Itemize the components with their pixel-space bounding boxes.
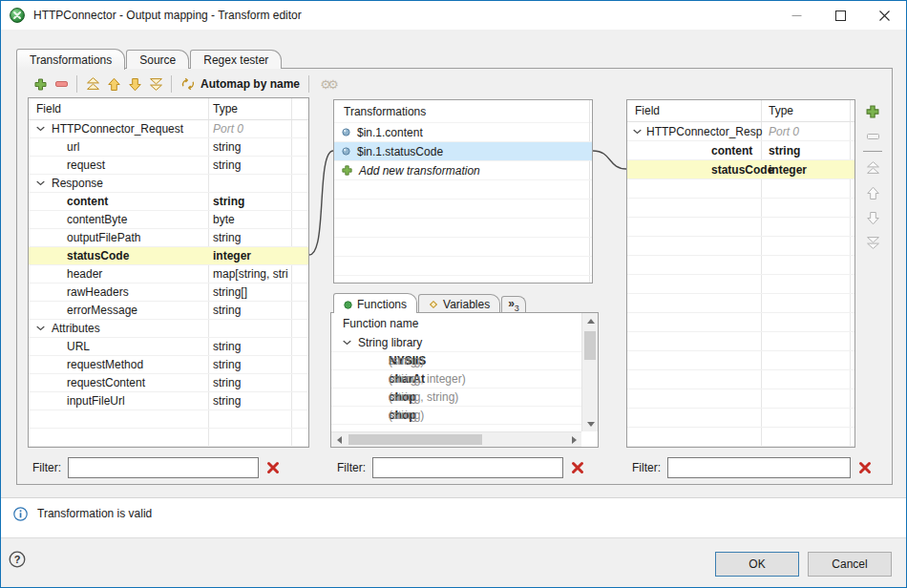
double-up-arrow-icon	[86, 77, 100, 91]
field-row-outputFilePath[interactable]: outputFilePathstring	[29, 229, 308, 247]
overflow-count: 3	[515, 304, 519, 314]
remove-record-button[interactable]	[51, 74, 72, 94]
vertical-scrollbar[interactable]	[581, 313, 598, 431]
field-row-content[interactable]: contentstring	[627, 141, 854, 160]
gears-button[interactable]: ⚙⚙	[314, 74, 341, 94]
function-list-header: Function name	[331, 313, 598, 334]
field-row-statusCode[interactable]: statusCodeinteger	[29, 247, 308, 265]
red-x-icon	[858, 461, 872, 474]
field-row-request[interactable]: requeststring	[29, 157, 308, 175]
table-header: Field Type	[29, 98, 308, 120]
empty-row	[627, 389, 854, 409]
tab-source[interactable]: Source	[126, 50, 189, 69]
move-down-field-button[interactable]	[862, 205, 883, 230]
field-row-contentByte[interactable]: contentBytebyte	[29, 211, 308, 229]
empty-row	[334, 257, 592, 276]
middle-filter-input[interactable]	[372, 457, 563, 478]
left-filter-input[interactable]	[68, 457, 259, 478]
function-row[interactable]: string chop(string, string)	[331, 388, 598, 407]
window-title: HTTPConnector - Output mapping - Transfo…	[33, 9, 302, 22]
function-row[interactable]: string NYSIIS(string)	[331, 352, 598, 370]
scroll-right-button[interactable]	[566, 432, 581, 448]
field-row-url[interactable]: urlstring	[29, 138, 308, 157]
field-row-requestMethod[interactable]: requestMethodstring	[29, 356, 308, 374]
field-row-HTTPConnector_Resp[interactable]: HTTPConnector_RespPort 0	[627, 122, 854, 141]
maximize-button[interactable]	[818, 1, 862, 30]
empty-row	[334, 238, 592, 257]
transformation-label: $in.1.content	[357, 126, 423, 139]
plus-icon	[342, 165, 352, 176]
move-top-field-button[interactable]	[862, 156, 883, 180]
field-row-errorMessage[interactable]: errorMessagestring	[29, 302, 308, 320]
help-button[interactable]: ?	[9, 551, 26, 568]
field-row-URL[interactable]: URLstring	[29, 338, 308, 356]
remove-field-button[interactable]	[862, 124, 883, 149]
field-row-HTTPConnector_Request[interactable]: HTTPConnector_RequestPort 0	[29, 120, 308, 138]
empty-row	[334, 219, 592, 238]
move-down-button[interactable]	[124, 74, 145, 94]
tab-functions[interactable]: Functions	[333, 293, 417, 313]
up-arrow-icon	[107, 77, 121, 92]
ok-button[interactable]: OK	[715, 552, 799, 577]
tab-regex-tester[interactable]: Regex tester	[190, 50, 282, 69]
field-row-statusCode[interactable]: statusCodeinteger	[627, 160, 854, 179]
field-type: Port 0	[213, 122, 293, 136]
clear-filter-button[interactable]	[266, 461, 280, 474]
scroll-left-button[interactable]	[331, 432, 347, 448]
horizontal-scrollbar[interactable]	[331, 431, 581, 447]
scroll-down-button[interactable]	[582, 416, 599, 431]
title-bar[interactable]: HTTPConnector - Output mapping - Transfo…	[1, 1, 906, 30]
field-name: header	[67, 267, 102, 281]
cancel-button[interactable]: Cancel	[808, 552, 892, 577]
chevron-down-icon	[36, 326, 45, 331]
add-field-button[interactable]	[862, 99, 883, 124]
field-name: url	[67, 140, 79, 154]
field-name: inputFileUrl	[67, 394, 125, 408]
functions-tab-label: Functions	[357, 298, 407, 311]
scrollbar-thumb[interactable]	[348, 434, 482, 445]
field-column-header: Field	[635, 104, 660, 117]
field-row-header[interactable]: headermap[string, stri	[29, 265, 308, 284]
move-up-field-button[interactable]	[862, 180, 883, 205]
empty-row	[334, 200, 592, 219]
scrollbar-thumb[interactable]	[584, 331, 596, 360]
function-group-row[interactable]: String library	[331, 334, 598, 352]
function-list: Function name String librarystring NYSII…	[330, 312, 599, 448]
function-row[interactable]: string charAt(string, integer)	[331, 370, 598, 388]
close-button[interactable]	[862, 1, 906, 30]
tab-variables[interactable]: Variables	[418, 294, 500, 312]
red-x-icon	[571, 461, 584, 474]
double-down-arrow-icon-disabled	[866, 236, 880, 249]
field-name: Attributes	[52, 322, 100, 335]
function-row[interactable]: string chop(string)	[331, 407, 598, 425]
automap-by-name-button[interactable]: Automap by name	[177, 74, 304, 94]
double-up-arrow-icon-disabled	[866, 161, 880, 175]
field-type: Port 0	[769, 125, 850, 138]
field-row-requestContent[interactable]: requestContentstring	[29, 374, 308, 392]
move-up-button[interactable]	[103, 74, 124, 94]
transformations-list-header: Transformations	[334, 100, 592, 123]
empty-row	[29, 429, 308, 447]
transformation-item[interactable]: $in.1.statusCode	[334, 142, 592, 161]
scroll-up-button[interactable]	[582, 313, 599, 328]
move-top-button[interactable]	[82, 74, 103, 94]
add-new-transformation-item[interactable]: Add new transformation	[334, 161, 592, 180]
move-bottom-button[interactable]	[145, 74, 166, 94]
right-filter-input[interactable]	[667, 457, 851, 478]
tab-transformations[interactable]: Transformations	[16, 49, 125, 70]
field-row-rawHeaders[interactable]: rawHeadersstring[]	[29, 284, 308, 302]
field-row-Response[interactable]: Response	[29, 175, 308, 193]
move-bottom-field-button[interactable]	[862, 230, 883, 255]
clover-app-icon	[10, 8, 25, 23]
tab-overflow-chevron[interactable]: »3	[501, 296, 526, 312]
field-row-inputFileUrl[interactable]: inputFileUrlstring	[29, 392, 308, 410]
field-type: string	[213, 376, 293, 389]
transformation-item[interactable]: $in.1.content	[334, 123, 592, 142]
field-row-Attributes[interactable]: Attributes	[29, 320, 308, 338]
minimize-button[interactable]	[774, 1, 818, 30]
filter-label: Filter:	[337, 461, 366, 474]
clear-filter-button[interactable]	[858, 461, 872, 474]
field-row-content[interactable]: contentstring	[29, 193, 308, 211]
add-record-button[interactable]	[30, 74, 51, 94]
clear-filter-button[interactable]	[571, 461, 584, 474]
